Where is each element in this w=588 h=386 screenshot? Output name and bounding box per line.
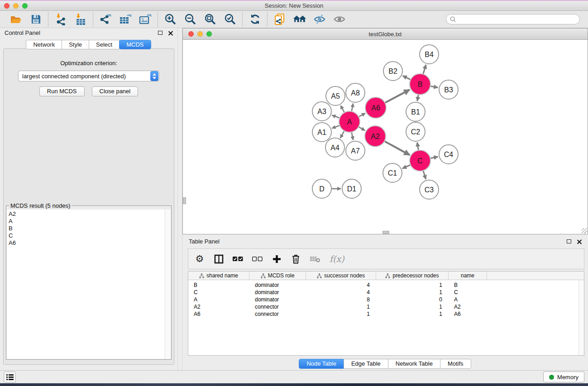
node-A1[interactable]: A1 — [312, 123, 331, 142]
node-C4[interactable]: C4 — [439, 145, 458, 164]
add-column-icon[interactable] — [272, 253, 282, 265]
tab-node-table[interactable]: Node Table — [299, 359, 344, 369]
new-network-from-selection-icon[interactable] — [273, 13, 287, 26]
column-header[interactable]: shared name — [188, 272, 249, 280]
export-network-icon[interactable] — [99, 13, 112, 26]
main-titlebar[interactable]: Session: New Session — [0, 1, 588, 11]
tab-mcds[interactable]: MCDS — [119, 40, 151, 49]
tab-style[interactable]: Style — [62, 40, 89, 49]
criterion-select[interactable]: largest connected component (directed) — [18, 71, 159, 81]
memory-button[interactable]: Memory — [543, 372, 584, 382]
edge-B-B4[interactable] — [423, 65, 426, 74]
edge-A-A8[interactable] — [352, 104, 353, 111]
search-field[interactable] — [446, 14, 580, 24]
column-header[interactable]: MCDS role — [249, 272, 306, 280]
deselect-all-icon[interactable] — [252, 253, 263, 265]
column-header[interactable]: name — [449, 272, 487, 280]
node-A6[interactable]: A6 — [365, 97, 386, 118]
result-item[interactable]: A6 — [9, 239, 163, 247]
edge-C-C3[interactable] — [423, 171, 426, 179]
node-A5[interactable]: A5 — [326, 86, 345, 105]
task-history-button[interactable] — [4, 372, 16, 383]
node-D1[interactable]: D1 — [342, 179, 361, 198]
panel-splitter[interactable] — [177, 28, 182, 370]
node-C3[interactable]: C3 — [420, 180, 439, 199]
import-network-icon[interactable] — [54, 13, 67, 26]
function-builder-icon[interactable]: f(x) — [330, 253, 344, 265]
node-A4[interactable]: A4 — [325, 138, 344, 157]
delete-table-icon[interactable] — [310, 253, 320, 265]
edge-A-A1[interactable] — [332, 125, 339, 128]
show-details-icon[interactable] — [333, 13, 346, 26]
result-item[interactable]: A2 — [9, 210, 163, 218]
result-scrollbar[interactable] — [165, 210, 171, 359]
node-C2[interactable]: C2 — [406, 122, 425, 141]
edge-B-B1[interactable] — [417, 95, 418, 101]
edge-A-A7[interactable] — [352, 133, 353, 140]
table-row[interactable]: Cdominator41C — [188, 289, 578, 296]
node-A7[interactable]: A7 — [346, 141, 365, 160]
close-panel-icon[interactable] — [168, 30, 173, 35]
export-image-icon[interactable] — [139, 13, 152, 26]
open-session-icon[interactable] — [9, 13, 23, 26]
node-D[interactable]: D — [312, 179, 331, 198]
node-B[interactable]: B — [410, 74, 430, 95]
zoom-out-icon[interactable] — [183, 13, 197, 26]
network-home-icon[interactable] — [293, 13, 306, 26]
node-B3[interactable]: B3 — [439, 80, 458, 99]
node-A[interactable]: A — [339, 111, 360, 132]
node-A8[interactable]: A8 — [346, 83, 365, 102]
table-row[interactable]: Adominator80A — [188, 296, 578, 303]
edge-C-C1[interactable] — [402, 165, 410, 169]
network-canvas[interactable]: B4B2BB3A8A5A6A3B1AC2A1A2A4A7C4CC1C3DD1 — [183, 40, 588, 234]
float-panel-icon[interactable] — [158, 31, 163, 35]
zoom-in-icon[interactable] — [163, 13, 177, 26]
node-C1[interactable]: C1 — [383, 163, 402, 182]
edge-A-A3[interactable] — [332, 115, 339, 118]
column-header[interactable]: successor nodes — [306, 272, 376, 280]
close-table-panel-icon[interactable] — [577, 239, 582, 244]
edge-A6-B[interactable] — [385, 90, 410, 103]
table-scrollbar[interactable] — [578, 280, 584, 355]
zoom-fit-icon[interactable] — [203, 13, 217, 26]
tab-edge-table[interactable]: Edge Table — [344, 359, 388, 369]
hide-details-icon[interactable] — [313, 13, 326, 26]
tab-network[interactable]: Network — [26, 40, 62, 49]
left-scroll-thumb[interactable] — [183, 197, 186, 204]
tab-motifs[interactable]: Motifs — [440, 359, 471, 369]
node-B2[interactable]: B2 — [383, 62, 402, 81]
node-B1[interactable]: B1 — [406, 102, 425, 121]
export-table-icon[interactable] — [119, 13, 132, 26]
table-row[interactable]: A6connector11A6 — [188, 310, 578, 318]
edge-A2-C[interactable] — [385, 141, 410, 155]
run-mcds-button[interactable]: Run MCDS — [39, 86, 85, 96]
node-A3[interactable]: A3 — [312, 102, 331, 121]
mcds-result-list[interactable]: A2ABCA6 — [7, 210, 165, 359]
edge-C-C2[interactable] — [417, 143, 419, 150]
zoom-selected-icon[interactable] — [223, 13, 237, 26]
edge-A-A4[interactable] — [340, 131, 344, 138]
import-table-icon[interactable] — [74, 13, 87, 26]
edge-A-A5[interactable] — [340, 105, 344, 112]
node-C[interactable]: C — [410, 150, 430, 171]
refresh-icon[interactable] — [248, 13, 262, 26]
delete-column-icon[interactable] — [291, 253, 301, 265]
tab-select[interactable]: Select — [89, 40, 120, 49]
edge-C-C4[interactable] — [430, 157, 438, 158]
node-B4[interactable]: B4 — [420, 45, 439, 64]
float-table-panel-icon[interactable] — [567, 239, 571, 243]
bottom-scroll-thumb[interactable] — [382, 231, 389, 234]
edge-B-B3[interactable] — [431, 86, 438, 87]
resize-grip[interactable] — [582, 228, 587, 234]
edge-B-B2[interactable] — [403, 76, 411, 79]
table-row[interactable]: Bdominator41B — [188, 281, 578, 289]
table-row[interactable]: A2connector11A2 — [188, 303, 578, 310]
tab-network-table[interactable]: Network Table — [388, 359, 440, 369]
show-columns-icon[interactable] — [214, 253, 224, 265]
result-item[interactable]: C — [9, 232, 163, 239]
node-A2[interactable]: A2 — [365, 126, 386, 147]
search-input[interactable] — [458, 16, 576, 23]
result-item[interactable]: A — [9, 218, 163, 225]
save-session-icon[interactable] — [29, 13, 43, 26]
table-options-gear-icon[interactable]: ⚙ — [195, 253, 205, 265]
